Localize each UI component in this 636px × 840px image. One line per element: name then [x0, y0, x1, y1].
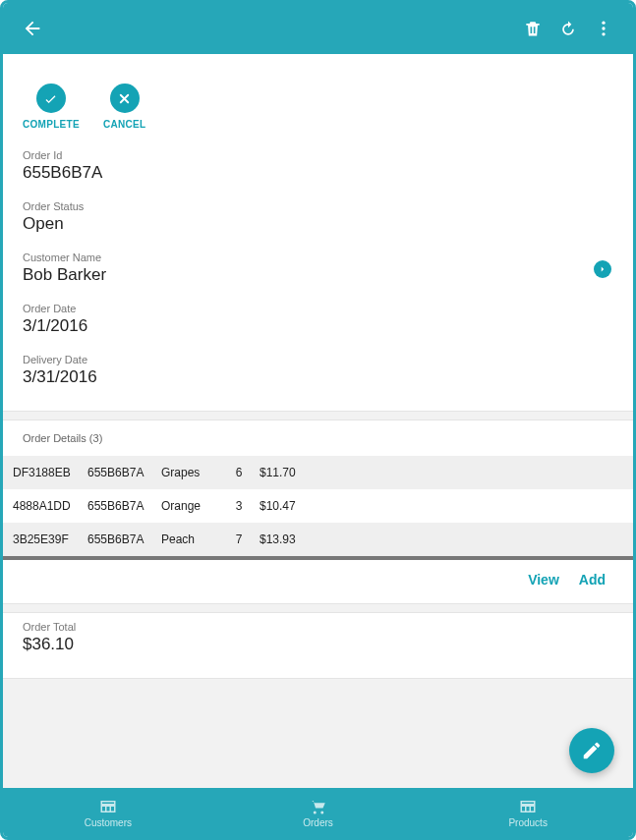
customer-name-value: Bob Barker: [23, 265, 613, 285]
table-row[interactable]: DF3188EB 655B6B7A Grapes 6 $11.70: [3, 456, 633, 489]
svg-point-0: [602, 22, 605, 25]
order-actions: COMPLETE CANCEL: [3, 60, 633, 141]
cell-order-id: 655B6B7A: [82, 523, 155, 556]
tab-label: Customers: [85, 817, 132, 828]
check-icon: [36, 84, 66, 113]
table-row[interactable]: 3B25E39F 655B6B7A Peach 7 $13.93: [3, 523, 633, 556]
order-status-field: Order Status Open: [3, 193, 633, 244]
cell-product: Peach: [155, 523, 224, 556]
grid-icon: [519, 798, 537, 815]
order-total-label: Order Total: [23, 621, 613, 633]
customer-chevron-icon[interactable]: [594, 260, 611, 278]
tab-label: Products: [508, 817, 547, 828]
order-date-field: Order Date 3/1/2016: [3, 295, 633, 346]
more-menu-button[interactable]: [586, 11, 621, 46]
edit-fab[interactable]: [569, 728, 614, 773]
cell-order-id: 655B6B7A: [82, 456, 155, 489]
svg-point-1: [602, 27, 605, 29]
cell-detail-id: 4888A1DD: [3, 489, 82, 523]
content-scroll[interactable]: COMPLETE CANCEL Order Id 655B6B7A Order …: [3, 54, 633, 788]
tab-orders[interactable]: Orders: [213, 788, 424, 837]
order-details-header: Order Details (3): [3, 420, 633, 456]
back-button[interactable]: [15, 11, 50, 46]
order-total-value: $36.10: [23, 635, 613, 654]
delivery-date-value: 3/31/2016: [23, 367, 613, 387]
cell-price: $11.70: [254, 456, 633, 489]
cell-qty: 6: [224, 456, 254, 489]
table-actions: View Add: [3, 560, 633, 603]
order-status-label: Order Status: [23, 200, 613, 212]
complete-label: COMPLETE: [23, 119, 80, 130]
top-app-bar: [3, 3, 633, 54]
delete-button[interactable]: [515, 11, 550, 46]
customer-name-label: Customer Name: [23, 252, 613, 263]
cell-detail-id: DF3188EB: [3, 456, 82, 489]
empty-space: [3, 678, 633, 788]
order-status-value: Open: [23, 214, 613, 234]
cell-order-id: 655B6B7A: [82, 489, 155, 523]
order-id-label: Order Id: [23, 149, 613, 161]
cell-qty: 7: [224, 523, 254, 556]
order-details-table: DF3188EB 655B6B7A Grapes 6 $11.70 4888A1…: [3, 456, 633, 556]
cancel-label: CANCEL: [103, 119, 145, 130]
tab-customers[interactable]: Customers: [3, 788, 213, 837]
edit-icon: [581, 740, 603, 761]
complete-button[interactable]: COMPLETE: [23, 84, 80, 130]
cell-price: $13.93: [254, 523, 633, 556]
add-button[interactable]: Add: [579, 572, 606, 588]
section-divider: [3, 603, 633, 613]
grid-icon: [99, 798, 117, 815]
delivery-date-field: Delivery Date 3/31/2016: [3, 346, 633, 397]
bottom-nav: Customers Orders Products: [3, 788, 633, 837]
cart-icon: [310, 798, 327, 815]
cell-qty: 3: [224, 489, 254, 523]
cell-detail-id: 3B25E39F: [3, 523, 82, 556]
view-button[interactable]: View: [528, 572, 559, 588]
order-id-field: Order Id 655B6B7A: [3, 141, 633, 193]
delivery-date-label: Delivery Date: [23, 354, 613, 365]
customer-name-field[interactable]: Customer Name Bob Barker: [3, 244, 633, 295]
tab-label: Orders: [303, 817, 333, 828]
order-total-field: Order Total $36.10: [3, 613, 633, 664]
section-divider: [3, 411, 633, 420]
refresh-button[interactable]: [550, 11, 586, 46]
order-date-label: Order Date: [23, 303, 613, 314]
svg-point-2: [602, 32, 605, 35]
tab-products[interactable]: Products: [423, 788, 633, 837]
cell-product: Grapes: [155, 456, 224, 489]
order-date-value: 3/1/2016: [23, 316, 613, 336]
cell-price: $10.47: [254, 489, 633, 523]
cancel-button[interactable]: CANCEL: [103, 84, 145, 130]
table-row[interactable]: 4888A1DD 655B6B7A Orange 3 $10.47: [3, 489, 633, 523]
cell-product: Orange: [155, 489, 224, 523]
close-icon: [110, 84, 140, 113]
order-id-value: 655B6B7A: [23, 163, 613, 183]
